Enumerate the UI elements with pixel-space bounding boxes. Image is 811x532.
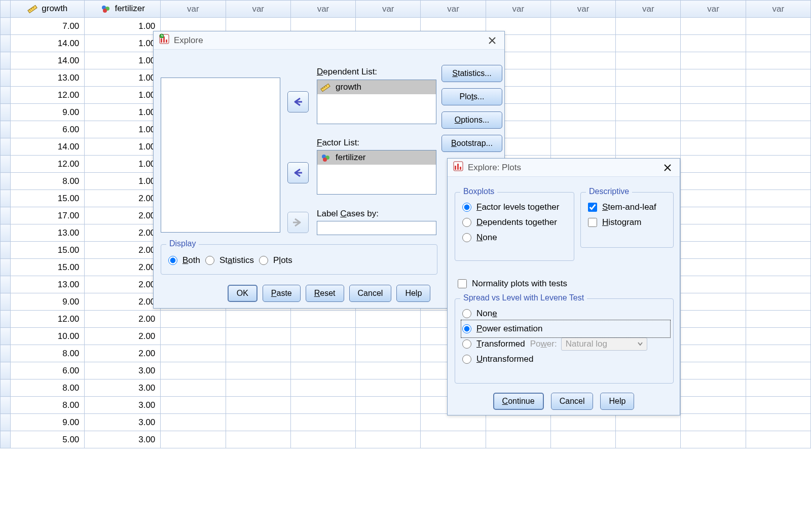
row-header[interactable] <box>1 345 11 362</box>
ok-button[interactable]: OK <box>228 285 257 302</box>
cell-empty[interactable] <box>421 431 486 448</box>
cell-empty[interactable] <box>681 328 746 345</box>
cell-empty[interactable] <box>746 156 810 173</box>
factor-list[interactable]: fertilizer <box>317 150 436 195</box>
dependent-list[interactable]: growth <box>317 80 436 124</box>
cell-empty[interactable] <box>356 311 421 328</box>
table-row[interactable]: 8.003.00 <box>1 379 811 397</box>
cell-empty[interactable] <box>290 328 355 345</box>
cell-fertilizer[interactable]: 1.00 <box>85 138 161 156</box>
row-header[interactable] <box>1 311 11 328</box>
table-row[interactable]: 8.002.00 <box>1 345 811 362</box>
cell-empty[interactable] <box>226 345 290 362</box>
cell-empty[interactable] <box>681 362 746 379</box>
cell-growth[interactable]: 9.00 <box>10 414 85 431</box>
row-header[interactable] <box>1 35 11 52</box>
cell-empty[interactable] <box>681 414 746 431</box>
cell-empty[interactable] <box>161 362 226 379</box>
factor-item[interactable]: fertilizer <box>317 150 436 165</box>
cell-empty[interactable] <box>681 138 746 156</box>
cell-empty[interactable] <box>226 362 290 379</box>
paste-button[interactable]: Paste <box>263 285 301 302</box>
cell-empty[interactable] <box>226 431 290 448</box>
cell-fertilizer[interactable]: 1.00 <box>85 35 161 52</box>
cancel-button[interactable]: Cancel <box>349 285 392 302</box>
row-header[interactable] <box>1 362 11 379</box>
cell-empty[interactable] <box>681 224 746 242</box>
cell-empty[interactable] <box>681 345 746 362</box>
cell-empty[interactable] <box>550 104 615 121</box>
cell-empty[interactable] <box>681 190 746 207</box>
cell-empty[interactable] <box>550 138 615 156</box>
cell-empty[interactable] <box>746 311 810 328</box>
continue-button[interactable]: Continue <box>493 393 544 410</box>
cell-growth[interactable]: 8.00 <box>10 379 85 397</box>
corner-cell[interactable] <box>1 1 11 18</box>
cell-empty[interactable] <box>616 18 681 35</box>
row-header[interactable] <box>1 242 11 259</box>
cell-empty[interactable] <box>161 414 226 431</box>
row-header[interactable] <box>1 69 11 87</box>
cell-empty[interactable] <box>746 87 810 104</box>
cell-fertilizer[interactable]: 2.00 <box>85 345 161 362</box>
cell-empty[interactable] <box>161 311 226 328</box>
close-icon[interactable] <box>660 161 675 175</box>
cell-empty[interactable] <box>550 52 615 69</box>
cell-fertilizer[interactable]: 2.00 <box>85 190 161 207</box>
cell-fertilizer[interactable]: 2.00 <box>85 328 161 345</box>
cell-empty[interactable] <box>681 173 746 190</box>
cell-empty[interactable] <box>550 69 615 87</box>
cell-fertilizer[interactable]: 1.00 <box>85 121 161 138</box>
display-both-radio[interactable]: Both <box>168 253 200 268</box>
col-header-var[interactable]: var <box>681 1 746 18</box>
boxplots-none-radio[interactable]: None <box>462 230 567 245</box>
label-cases-input[interactable] <box>317 221 436 235</box>
row-header[interactable] <box>1 18 11 35</box>
col-header-var[interactable]: var <box>616 1 681 18</box>
normality-checkbox[interactable]: Normality plots with tests <box>458 276 567 291</box>
stem-and-leaf-checkbox[interactable]: Stem-and-leaf <box>588 200 666 215</box>
row-header[interactable] <box>1 121 11 138</box>
display-statistics-radio[interactable]: Statistics <box>205 253 254 268</box>
cell-empty[interactable] <box>290 311 355 328</box>
col-header-var[interactable]: var <box>486 1 550 18</box>
cell-growth[interactable]: 13.00 <box>10 276 85 293</box>
cell-empty[interactable] <box>681 259 746 276</box>
cell-empty[interactable] <box>486 414 550 431</box>
row-header[interactable] <box>1 276 11 293</box>
explore-titlebar[interactable]: Explore <box>154 31 504 50</box>
cell-fertilizer[interactable]: 1.00 <box>85 18 161 35</box>
cell-empty[interactable] <box>616 121 681 138</box>
cell-empty[interactable] <box>616 87 681 104</box>
move-label-button[interactable] <box>287 212 309 233</box>
table-row[interactable]: 6.003.00 <box>1 362 811 379</box>
cell-fertilizer[interactable]: 2.00 <box>85 207 161 224</box>
row-header[interactable] <box>1 207 11 224</box>
cell-fertilizer[interactable]: 2.00 <box>85 224 161 242</box>
col-header-var[interactable]: var <box>746 1 810 18</box>
cell-growth[interactable]: 8.00 <box>10 173 85 190</box>
col-header-growth[interactable]: growth <box>10 1 85 18</box>
cell-empty[interactable] <box>356 362 421 379</box>
reset-button[interactable]: Reset <box>306 285 344 302</box>
cell-growth[interactable]: 13.00 <box>10 224 85 242</box>
cell-empty[interactable] <box>161 379 226 397</box>
plots-cancel-button[interactable]: Cancel <box>551 393 594 410</box>
cell-empty[interactable] <box>161 345 226 362</box>
row-header[interactable] <box>1 259 11 276</box>
cell-empty[interactable] <box>290 345 355 362</box>
cell-empty[interactable] <box>681 69 746 87</box>
cell-empty[interactable] <box>746 173 810 190</box>
cell-empty[interactable] <box>746 397 810 414</box>
cell-empty[interactable] <box>681 431 746 448</box>
cell-empty[interactable] <box>161 397 226 414</box>
cell-empty[interactable] <box>226 397 290 414</box>
cell-empty[interactable] <box>746 328 810 345</box>
move-factor-button[interactable] <box>287 162 309 183</box>
cell-fertilizer[interactable]: 3.00 <box>85 362 161 379</box>
cell-empty[interactable] <box>226 311 290 328</box>
cell-empty[interactable] <box>746 362 810 379</box>
cell-empty[interactable] <box>681 397 746 414</box>
cell-empty[interactable] <box>550 431 615 448</box>
row-header[interactable] <box>1 190 11 207</box>
